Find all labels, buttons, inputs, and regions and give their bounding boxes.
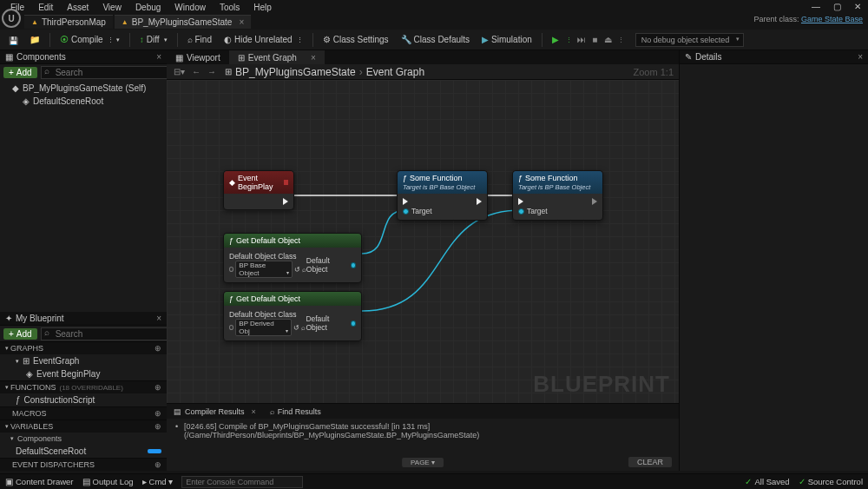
compile-button[interactable]: ⦿Compile⋮▾ [55,31,125,49]
play-options-button[interactable]: ⋮ [563,34,575,45]
tab-compiler-results[interactable]: ▤ Compiler Results × [167,406,263,418]
event-beginplay-item[interactable]: ◈ Event BeginPlay [0,367,167,380]
stop-button[interactable]: ■ [589,34,601,45]
variable-item[interactable]: DefaultSceneRoot [0,445,167,458]
save-button[interactable] [3,31,23,49]
variables-section-header[interactable]: ▾VARIABLES ⊕ [0,420,167,433]
console-input[interactable] [181,476,303,488]
component-child-item[interactable]: ◈ DefaultSceneRoot [0,95,167,108]
close-icon[interactable]: × [858,52,863,62]
close-icon[interactable]: × [252,407,256,416]
search-icon [187,35,193,44]
var-group-components[interactable]: ▾Components [0,433,167,445]
close-icon[interactable]: × [239,17,244,27]
play-button[interactable]: ▶ [550,34,562,45]
close-icon[interactable]: × [156,52,161,62]
diff-button[interactable]: ↕Diff▾ [135,31,173,49]
graphs-section-header[interactable]: ▾GRAPHS ⊕ [0,341,167,354]
window-minimize-button[interactable]: — [806,0,826,12]
tab-thirdpersonmap[interactable]: ▲ ThirdPersonMap [24,15,113,29]
source-control-button[interactable]: ✓Source Control [799,477,863,486]
find-button[interactable]: Find [182,31,217,49]
exec-out-pin[interactable] [592,198,597,205]
window-maximize-button[interactable]: ▢ [826,0,847,12]
class-settings-button[interactable]: Class Settings [318,31,394,49]
menu-tools[interactable]: Tools [213,1,247,14]
nav-forward-button[interactable]: → [206,67,218,76]
object-out-pin[interactable] [351,320,356,327]
add-variable-button[interactable]: ⊕ [155,422,161,431]
macros-section-header[interactable]: MACROS ⊕ [0,406,167,420]
hide-unrelated-button[interactable]: ◐Hide Unrelated⋮ [219,31,308,49]
nav-back-button[interactable]: ← [190,67,202,76]
close-icon[interactable]: × [311,53,316,63]
window-close-button[interactable]: ✕ [847,0,868,12]
components-panel-tab[interactable]: ▦ Components × [0,50,167,64]
simulation-button[interactable]: ▶Simulation [477,31,537,49]
pin-label: Default Object Class [229,252,296,261]
debug-object-selector[interactable]: No debug object selected [635,33,745,47]
object-out-pin[interactable] [351,262,356,268]
exec-out-pin[interactable] [477,198,482,205]
menu-help[interactable]: Help [247,1,279,14]
close-icon[interactable]: × [156,314,161,323]
add-dispatcher-button[interactable]: ⊕ [155,460,161,469]
class-defaults-button[interactable]: 🔧Class Defaults [396,31,475,49]
nav-menu-button[interactable]: ⊟▾ [172,67,187,76]
reset-icon[interactable]: ↺ [293,324,299,332]
eject-button[interactable]: ⏏ [602,34,614,45]
menu-window[interactable]: Window [168,1,213,14]
add-function-button[interactable]: ⊕ [155,383,161,392]
content-drawer-button[interactable]: ▣Content Drawer [5,477,74,486]
component-root-item[interactable]: ◆ BP_MyPluginsGameState (Self) [0,82,167,95]
class-in-pin[interactable] [229,267,233,272]
menu-edit[interactable]: Edit [31,1,60,14]
details-panel-tab[interactable]: ✎ Details × [680,50,868,64]
add-macro-button[interactable]: ⊕ [155,409,161,418]
skip-button[interactable]: ⏭ [576,34,588,45]
myblueprint-search-input[interactable] [41,327,170,340]
tab-eventgraph[interactable]: ⊞ Event Graph × [229,50,325,64]
log-line[interactable]: [0246.65] Compile of BP_MyPluginsGameSta… [174,422,672,439]
eventgraph-item[interactable]: ▾⊞ EventGraph [0,354,167,367]
exec-out-pin[interactable] [283,198,288,205]
myblueprint-panel-tab[interactable]: ✦ My Blueprint × [0,312,167,326]
tab-blueprint[interactable]: ▲ BP_MyPluginsGameState × [115,15,251,29]
target-in-pin[interactable] [403,208,409,215]
clear-button[interactable]: CLEAR [628,457,672,467]
all-saved-status[interactable]: ✓All Saved [745,477,789,486]
browse-button[interactable]: 📁 [24,31,45,49]
node-event-beginplay[interactable]: ◆Event BeginPlay [223,170,294,210]
dispatchers-section-header[interactable]: EVENT DISPATCHERS ⊕ [0,458,167,471]
add-component-button[interactable]: +Add [3,67,37,78]
node-some-function-1[interactable]: ƒSome Function Target is BP Base Object … [397,170,488,221]
components-search-input[interactable] [41,66,170,79]
play-more-button[interactable]: ⋮ [615,34,627,45]
tab-label: Compiler Results [185,407,245,416]
add-blueprint-button[interactable]: +Add [3,328,37,340]
reset-icon[interactable]: ↺ [294,266,300,274]
constructionscript-item[interactable]: ƒ ConstructionScript [0,393,167,406]
class-selector[interactable]: BP Derived Obj [235,319,292,336]
node-some-function-2[interactable]: ƒSome Function Target is BP Base Object … [512,170,603,221]
graph-canvas[interactable]: ◆Event BeginPlay ƒSome Function Target i… [167,80,679,403]
add-graph-button[interactable]: ⊕ [155,344,161,353]
exec-in-pin[interactable] [403,198,408,205]
node-get-default-object-2[interactable]: ƒGet Default Object Default Object Class… [223,291,362,341]
class-in-pin[interactable] [229,325,233,330]
target-in-pin[interactable] [518,208,524,215]
menu-asset[interactable]: Asset [60,1,95,14]
tab-find-results[interactable]: Find Results [263,406,328,418]
parent-class-link[interactable]: Game State Base [801,15,863,23]
menu-view[interactable]: View [95,1,128,14]
breadcrumb[interactable]: BP_MyPluginsGameState › Event Graph [235,66,424,78]
menu-debug[interactable]: Debug [128,1,168,14]
page-selector[interactable]: PAGE ▾ [402,458,444,467]
functions-section-header[interactable]: ▾FUNCTIONS (18 OVERRIDABLE) ⊕ [0,380,167,393]
class-selector[interactable]: BP Base Object [235,261,293,278]
cmd-selector[interactable]: ▸Cmd ▾ [142,477,174,486]
node-get-default-object-1[interactable]: ƒGet Default Object Default Object Class… [223,233,362,283]
output-log-button[interactable]: ▤Output Log [82,477,134,486]
tab-viewport[interactable]: ▦ Viewport [167,50,229,64]
exec-in-pin[interactable] [518,198,523,205]
